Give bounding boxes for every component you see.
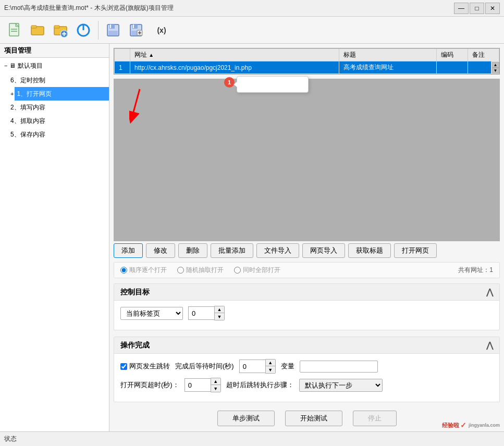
variable-btn[interactable]: (x) (149, 20, 175, 41)
window-controls: — □ ✕ (454, 3, 500, 14)
tree-root-label: 默认项目 (18, 60, 43, 71)
expand-arrow: + (10, 90, 15, 98)
spinner-buttons: ▲ ▼ (214, 306, 225, 320)
watermark: 经验啦 ✓ jingyanla.com (442, 421, 500, 429)
col-remark: 备注 (468, 49, 499, 61)
section-control-collapse-btn[interactable]: ⋀ (486, 287, 493, 297)
timeout-down-btn[interactable]: ▼ (211, 385, 220, 392)
power-btn[interactable] (73, 20, 94, 41)
wait-time-input[interactable] (239, 360, 265, 373)
sidebar-item-fill[interactable]: 2、填写内容 (0, 101, 109, 114)
save-as-btn[interactable] (126, 20, 146, 41)
red-arrow-icon (129, 84, 171, 126)
spinner-up-btn[interactable]: ▲ (215, 306, 224, 313)
toolbar: (x) (0, 17, 504, 44)
complete-row1: 网页发生跳转 完成后等待时间(秒) ▲ ▼ 变量 (120, 359, 493, 374)
add-file-btn[interactable] (50, 20, 71, 41)
col-title: 标题 (339, 49, 436, 61)
sidebar-item-save[interactable]: 5、保存内容 (0, 128, 109, 141)
section-complete-collapse-btn[interactable]: ⋀ (486, 340, 493, 350)
sidebar-item-webpage-row: + 1、打开网页 (0, 87, 109, 101)
redirect-checkbox[interactable] (120, 363, 127, 370)
sidebar-item-timer-label: 6、定时控制 (10, 77, 45, 84)
timeout-input[interactable] (185, 378, 211, 392)
edit-url-button[interactable]: 修改 (146, 243, 175, 258)
spinner-down-btn[interactable]: ▼ (215, 313, 224, 320)
cell-num: 1 (115, 61, 130, 74)
sidebar-item-timer[interactable]: 6、定时控制 (0, 73, 109, 87)
open-page-button[interactable]: 打开网页 (394, 243, 437, 258)
batch-add-button[interactable]: 批量添加 (211, 243, 253, 258)
watermark-url: jingyanla.com (469, 423, 500, 428)
save-btn[interactable] (103, 20, 124, 41)
new-file-btn[interactable] (4, 20, 25, 41)
wait-up-btn[interactable]: ▲ (266, 360, 275, 366)
stop-button[interactable]: 停止 (353, 411, 397, 426)
col-url: 网址 ▲ (130, 49, 339, 61)
svg-rect-19 (133, 24, 134, 28)
close-button[interactable]: ✕ (485, 3, 500, 14)
timeout-up-btn[interactable]: ▲ (211, 378, 220, 385)
jump-select[interactable]: 默认执行下一步 (299, 379, 383, 392)
toolbar-separator (98, 21, 99, 40)
open-folder-btn[interactable] (27, 20, 48, 41)
wait-down-btn[interactable]: ▼ (266, 366, 275, 373)
gray-empty-area (114, 79, 500, 241)
var-label: 变量 (281, 362, 294, 371)
url-table: 网址 ▲ 标题 编码 备注 (114, 48, 499, 74)
tooltip-box: 打开成绩查询网址 (237, 76, 309, 93)
import-file-button[interactable]: 文件导入 (256, 243, 299, 258)
tab-index-input[interactable] (188, 306, 214, 320)
sidebar-title: 项目管理 (0, 44, 109, 58)
get-title-button[interactable]: 获取标题 (348, 243, 391, 258)
section-complete-body: 网页发生跳转 完成后等待时间(秒) ▲ ▼ 变量 打开网页超时( (114, 354, 499, 402)
url-count-label: 共有网址：1 (458, 266, 493, 275)
section-control-header: 控制目标 ⋀ (114, 284, 499, 301)
scroll-down-btn[interactable]: ▼ (492, 68, 499, 73)
action-button-bar: 添加 修改 删除 批量添加 文件导入 网页导入 获取标题 打开网页 (109, 241, 504, 260)
sidebar-item-extract-label: 4、抓取内容 (10, 117, 45, 125)
scroll-up-btn[interactable]: ▲ (492, 62, 499, 68)
redirect-label: 网页发生跳转 (129, 362, 170, 371)
window-title: E:\mot\高考成绩批量查询.mot* - 木头浏览器(旗舰版)项目管理 (4, 4, 174, 13)
sort-arrow-icon: ▲ (149, 52, 154, 58)
import-web-button[interactable]: 网页导入 (302, 243, 345, 258)
timeout-spinner: ▲ ▼ (185, 378, 221, 392)
tooltip-container: 1 打开成绩查询网址 (224, 77, 235, 88)
sidebar-item-webpage-label: 1、打开网页 (17, 90, 52, 97)
sidebar-item-fill-label: 2、填写内容 (10, 104, 45, 111)
section-control-target: 控制目标 ⋀ 当前标签页 ▲ ▼ (114, 283, 500, 330)
section-complete-header: 操作完成 ⋀ (114, 337, 499, 354)
delete-url-button[interactable]: 删除 (178, 243, 207, 258)
table-scrollbar[interactable]: ▲ ▼ (491, 61, 499, 74)
control-target-row: 当前标签页 ▲ ▼ (120, 306, 493, 320)
section-control-title: 控制目标 (120, 288, 150, 297)
content-area: 网址 ▲ 标题 编码 备注 (109, 44, 504, 431)
variable-icon: (x) (157, 26, 166, 34)
main-layout: 项目管理 − 🖥 默认项目 6、定时控制 + 1、打开网页 2、填写内容 4、抓… (0, 44, 504, 431)
wait-time-label: 完成后等待时间(秒) (175, 362, 234, 371)
watermark-text: 经验啦 (442, 422, 459, 429)
radio-random[interactable]: 随机抽取打开 (177, 266, 224, 275)
svg-rect-16 (108, 31, 118, 35)
svg-rect-5 (31, 26, 36, 28)
sidebar-item-webpage[interactable]: 1、打开网页 (15, 87, 109, 101)
radio-sequential[interactable]: 顺序逐个打开 (120, 266, 167, 275)
sidebar-item-extract[interactable]: 4、抓取内容 (0, 114, 109, 128)
maximize-button[interactable]: □ (470, 3, 484, 14)
var-input[interactable] (300, 361, 378, 373)
redirect-checkbox-label[interactable]: 网页发生跳转 (120, 362, 170, 371)
tab-select[interactable]: 当前标签页 (120, 307, 183, 320)
section-control-body: 当前标签页 ▲ ▼ (114, 301, 499, 330)
radio-all[interactable]: 同时全部打开 (234, 266, 280, 275)
add-url-button[interactable]: 添加 (114, 243, 143, 258)
svg-rect-7 (54, 26, 59, 28)
step-test-button[interactable]: 单步测试 (217, 411, 275, 426)
start-test-button[interactable]: 开始测试 (285, 411, 342, 426)
tree-root[interactable]: − 🖥 默认项目 (0, 58, 109, 73)
svg-rect-15 (110, 24, 111, 28)
complete-row2: 打开网页超时(秒)： ▲ ▼ 超时后跳转执行步骤： 默认执行下一步 (120, 378, 493, 392)
minimize-button[interactable]: — (454, 3, 469, 14)
svg-line-25 (132, 89, 140, 118)
table-row[interactable]: 1 http://cx.ahrsks.cn/pugao/pgcj2021_in.… (115, 61, 499, 74)
